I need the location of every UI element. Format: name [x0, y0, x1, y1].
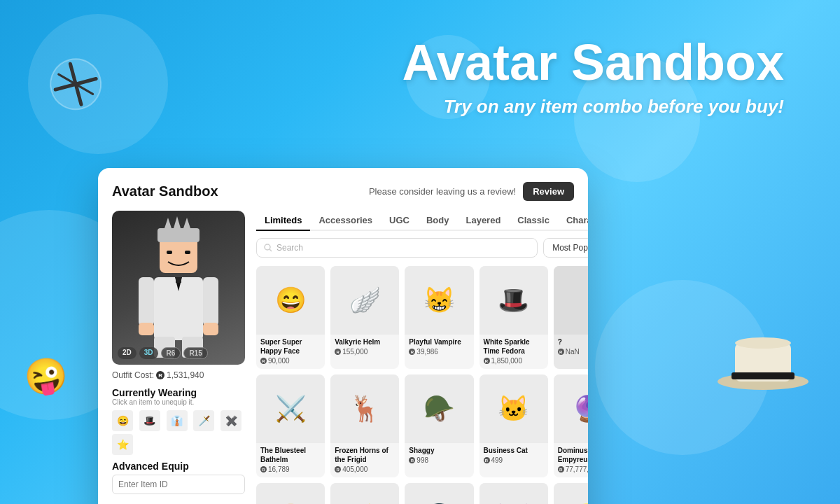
item-img-13: 🌑	[405, 483, 473, 504]
outfit-cost-value: 1,531,940	[167, 370, 204, 380]
item-name-3: Playful Vampire	[409, 337, 469, 346]
item-name-5: ?	[558, 337, 588, 346]
wearing-item-3[interactable]: 👔	[167, 410, 188, 431]
wearing-item-1[interactable]: 😄	[112, 410, 133, 431]
avatar-badges: 2D 3D R6 R15	[118, 347, 208, 359]
item-card-14[interactable]: 😈	[479, 483, 548, 504]
main-card: Avatar Sandbox Please consider leaving u…	[98, 168, 588, 504]
card-header-right: Please consider leaving us a review! Rev…	[369, 182, 574, 201]
item-card-8[interactable]: 🪖 Shaggy R 998	[405, 374, 473, 477]
tab-limiteds[interactable]: Limiteds	[256, 211, 310, 231]
badge-2d[interactable]: 2D	[118, 347, 136, 359]
item-name-2: Valkyrie Helm	[335, 337, 395, 346]
item-card-12[interactable]: ✨	[330, 483, 399, 504]
left-panel: 2D 3D R6 R15 Outfit Cost: R 1,531,940 Cu…	[112, 211, 245, 504]
item-price-9: R 499	[484, 456, 544, 464]
review-button[interactable]: Review	[523, 182, 574, 201]
svg-rect-16	[167, 251, 172, 254]
badge-r15[interactable]: R15	[183, 347, 207, 359]
badge-3d[interactable]: 3D	[139, 347, 158, 359]
tab-classic[interactable]: Classic	[509, 211, 558, 231]
item-id-input[interactable]	[112, 475, 245, 494]
hero-area: Avatar Sandbox Try on any item combo bef…	[402, 35, 784, 118]
wearing-grid: 😄 🎩 👔 🗡️ ✖️ ⭐	[112, 410, 245, 455]
item-price-10: R 77,777,777	[558, 465, 588, 473]
item-card-1[interactable]: 😄 Super Super Happy Face R 90,000	[256, 266, 325, 369]
outfit-cost-label: Outfit Cost:	[112, 370, 154, 380]
item-card-10[interactable]: 🔮 Dominus Empyreus R 77,777,777	[554, 374, 588, 477]
svg-rect-8	[732, 372, 794, 379]
item-img-4: 🎩	[479, 266, 548, 335]
card-header: Avatar Sandbox Please consider leaving u…	[112, 182, 574, 201]
item-name-9: Business Cat	[484, 446, 544, 455]
wearing-item-6[interactable]: ⭐	[112, 434, 133, 455]
item-price-8: R 998	[409, 456, 469, 464]
tab-ugc[interactable]: UGC	[381, 211, 418, 231]
item-price-7: R 405,000	[335, 465, 395, 473]
sort-label: Most Popular	[552, 243, 588, 253]
svg-marker-14	[174, 216, 181, 228]
item-name-10: Dominus Empyreus	[558, 446, 588, 464]
tab-body[interactable]: Body	[418, 211, 458, 231]
item-img-14: 😈	[479, 483, 548, 504]
item-price-2: R 155,000	[335, 348, 395, 356]
svg-rect-19	[176, 277, 181, 283]
item-img-11: 😊	[256, 483, 325, 504]
item-img-3: 😸	[405, 266, 473, 335]
item-card-13[interactable]: 🌑	[405, 483, 473, 504]
tab-layered[interactable]: Layered	[457, 211, 509, 231]
avatar-svg	[133, 214, 224, 361]
item-img-8: 🪖	[405, 374, 473, 443]
svg-point-26	[265, 244, 270, 250]
floating-face-icon: 😜	[17, 346, 82, 411]
item-img-9: 🐱	[479, 374, 548, 443]
svg-rect-12	[158, 228, 200, 242]
search-box[interactable]: Search	[256, 238, 538, 258]
wearing-item-5[interactable]: ✖️	[220, 410, 241, 431]
item-card-4[interactable]: 🎩 White Sparkle Time Fedora R 1,850,000	[479, 266, 548, 369]
wearing-item-4[interactable]: 🗡️	[193, 410, 214, 431]
item-img-7: 🦌	[330, 374, 399, 443]
outfit-cost: Outfit Cost: R 1,531,940	[112, 370, 245, 380]
item-name-6: The Bluesteel Bathelm	[260, 446, 321, 464]
item-card-15[interactable]: 🪙	[554, 483, 588, 504]
card-title: Avatar Sandbox	[112, 183, 218, 200]
item-card-9[interactable]: 🐱 Business Cat R 499	[479, 374, 548, 477]
item-card-7[interactable]: 🦌 Frozen Horns of the Frigid R 405,000	[330, 374, 399, 477]
svg-line-27	[270, 249, 272, 251]
svg-rect-24	[139, 323, 154, 335]
avatar-display: 2D 3D R6 R15	[112, 211, 245, 365]
currently-wearing-sub: Click an item to unequip it.	[112, 398, 245, 406]
svg-point-9	[735, 337, 791, 349]
card-body: 2D 3D R6 R15 Outfit Cost: R 1,531,940 Cu…	[112, 211, 574, 504]
item-card-6[interactable]: ⚔️ The Bluesteel Bathelm R 16,789	[256, 374, 325, 477]
floating-hat-icon	[714, 329, 812, 392]
item-img-1: 😄	[256, 266, 325, 335]
review-prompt: Please consider leaving us a review!	[369, 186, 516, 197]
item-name-7: Frozen Horns of the Frigid	[335, 446, 395, 464]
tabs: Limiteds Accessories UGC Body Layered Cl…	[256, 211, 588, 231]
item-img-2: 🪽	[330, 266, 399, 335]
item-card-11[interactable]: 😊	[256, 483, 325, 504]
search-placeholder: Search	[276, 243, 303, 253]
svg-marker-13	[164, 218, 172, 228]
item-card-5[interactable]: ? R NaN	[554, 266, 588, 369]
items-grid: 😄 Super Super Happy Face R 90,000 🪽 Valk…	[256, 266, 588, 504]
currently-wearing-title: Currently Wearing	[112, 387, 245, 398]
right-panel: Limiteds Accessories UGC Body Layered Cl…	[256, 211, 588, 504]
item-card-3[interactable]: 😸 Playful Vampire R 39,986	[405, 266, 473, 369]
badge-r6[interactable]: R6	[161, 347, 181, 359]
tab-accessories[interactable]: Accessories	[310, 211, 381, 231]
item-img-10: 🔮	[554, 374, 588, 443]
wearing-item-2[interactable]: 🎩	[139, 410, 160, 431]
item-card-2[interactable]: 🪽 Valkyrie Helm R 155,000	[330, 266, 399, 369]
item-img-6: ⚔️	[256, 374, 325, 443]
search-row: Search Most Popular	[256, 238, 588, 258]
item-name-8: Shaggy	[409, 446, 469, 455]
tab-characters[interactable]: Characters	[558, 211, 588, 231]
sort-button[interactable]: Most Popular	[543, 238, 588, 258]
item-price-4: R 1,850,000	[484, 357, 544, 365]
item-price-6: R 16,789	[260, 465, 321, 473]
svg-rect-17	[185, 251, 190, 254]
item-img-12: ✨	[330, 483, 399, 504]
